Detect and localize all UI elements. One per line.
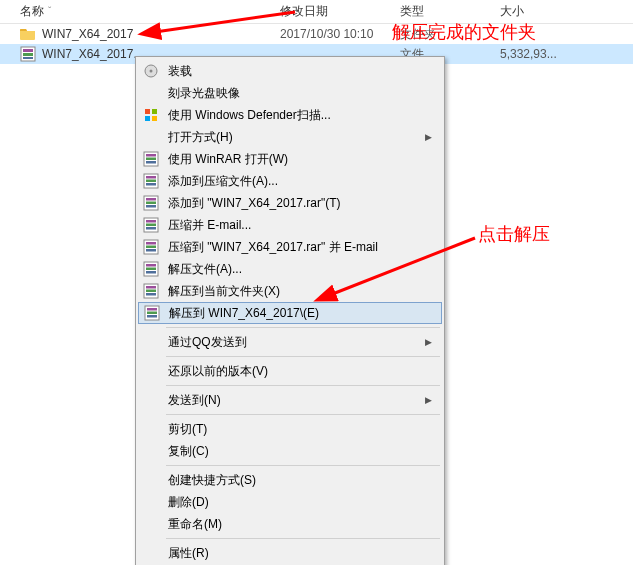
menu-item[interactable]: 使用 WinRAR 打开(W) <box>138 148 442 170</box>
svg-rect-21 <box>146 205 156 208</box>
svg-rect-9 <box>152 116 157 121</box>
menu-item-label: 重命名(M) <box>168 516 442 533</box>
svg-rect-11 <box>146 154 156 157</box>
svg-rect-27 <box>146 242 156 245</box>
header-date[interactable]: 修改日期 <box>280 3 328 20</box>
menu-item[interactable]: 打开方式(H)▶ <box>138 126 442 148</box>
menu-separator <box>166 327 440 328</box>
svg-rect-3 <box>23 57 33 59</box>
menu-item[interactable]: 创建快捷方式(S) <box>138 469 442 491</box>
winrar-icon <box>143 304 161 322</box>
none-icon <box>142 544 160 562</box>
menu-item[interactable]: 属性(R) <box>138 542 442 564</box>
svg-rect-12 <box>146 158 156 161</box>
menu-item[interactable]: 通过QQ发送到▶ <box>138 331 442 353</box>
menu-item-label: 添加到压缩文件(A)... <box>168 173 442 190</box>
menu-item[interactable]: 发送到(N)▶ <box>138 389 442 411</box>
menu-item[interactable]: 解压文件(A)... <box>138 258 442 280</box>
svg-rect-15 <box>146 176 156 179</box>
svg-rect-24 <box>146 224 156 227</box>
svg-rect-8 <box>145 116 150 121</box>
menu-item[interactable]: 使用 Windows Defender扫描... <box>138 104 442 126</box>
menu-item[interactable]: 解压到 WIN7_X64_2017\(E) <box>138 302 442 324</box>
svg-rect-41 <box>147 315 157 318</box>
menu-item-label: 发送到(N) <box>168 392 442 409</box>
header-name[interactable]: 名称 <box>20 3 44 20</box>
svg-rect-35 <box>146 286 156 289</box>
annotation-extract: 点击解压 <box>478 222 550 246</box>
rar-icon <box>20 46 36 62</box>
none-icon <box>142 420 160 438</box>
none-icon <box>142 515 160 533</box>
none-icon <box>142 442 160 460</box>
menu-item[interactable]: 解压到当前文件夹(X) <box>138 280 442 302</box>
menu-item-label: 使用 Windows Defender扫描... <box>168 107 442 124</box>
menu-item[interactable]: 还原以前的版本(V) <box>138 360 442 382</box>
none-icon <box>142 493 160 511</box>
menu-item[interactable]: 添加到 "WIN7_X64_2017.rar"(T) <box>138 192 442 214</box>
context-menu: 装载刻录光盘映像使用 Windows Defender扫描...打开方式(H)▶… <box>135 56 445 565</box>
menu-separator <box>166 465 440 466</box>
chevron-right-icon: ▶ <box>425 337 432 347</box>
winrar-icon <box>142 172 160 190</box>
folder-icon <box>20 26 36 42</box>
svg-rect-7 <box>152 109 157 114</box>
menu-item-label: 创建快捷方式(S) <box>168 472 442 489</box>
disc-icon <box>142 62 160 80</box>
menu-item-label: 解压文件(A)... <box>168 261 442 278</box>
menu-separator <box>166 414 440 415</box>
none-icon <box>142 362 160 380</box>
svg-rect-39 <box>147 308 157 311</box>
svg-rect-33 <box>146 271 156 274</box>
winrar-icon <box>142 238 160 256</box>
menu-item[interactable]: 压缩并 E-mail... <box>138 214 442 236</box>
svg-rect-36 <box>146 290 156 293</box>
menu-item[interactable]: 压缩到 "WIN7_X64_2017.rar" 并 E-mail <box>138 236 442 258</box>
menu-item-label: 装载 <box>168 63 442 80</box>
winrar-icon <box>142 260 160 278</box>
menu-separator <box>166 538 440 539</box>
svg-rect-20 <box>146 202 156 205</box>
menu-item-label: 打开方式(H) <box>168 129 442 146</box>
winrar-icon <box>142 282 160 300</box>
menu-item[interactable]: 装载 <box>138 60 442 82</box>
winrar-icon <box>142 216 160 234</box>
svg-rect-17 <box>146 183 156 186</box>
svg-rect-19 <box>146 198 156 201</box>
menu-item-label: 压缩到 "WIN7_X64_2017.rar" 并 E-mail <box>168 239 442 256</box>
menu-item[interactable]: 重命名(M) <box>138 513 442 535</box>
winrar-icon <box>142 194 160 212</box>
menu-item-label: 剪切(T) <box>168 421 442 438</box>
header-size[interactable]: 大小 <box>500 3 524 20</box>
svg-point-5 <box>150 70 153 73</box>
file-row-folder[interactable]: WIN7_X64_2017 2017/10/30 10:10 文件夹 <box>0 24 633 44</box>
svg-rect-37 <box>146 293 156 296</box>
svg-rect-32 <box>146 268 156 271</box>
menu-item[interactable]: 复制(C) <box>138 440 442 462</box>
menu-item-label: 还原以前的版本(V) <box>168 363 442 380</box>
menu-item[interactable]: 添加到压缩文件(A)... <box>138 170 442 192</box>
menu-separator <box>166 385 440 386</box>
menu-item-label: 使用 WinRAR 打开(W) <box>168 151 442 168</box>
menu-item[interactable]: 刻录光盘映像 <box>138 82 442 104</box>
menu-item[interactable]: 剪切(T) <box>138 418 442 440</box>
menu-item-label: 解压到当前文件夹(X) <box>168 283 442 300</box>
header-type[interactable]: 类型 <box>400 3 424 20</box>
menu-item-label: 复制(C) <box>168 443 442 460</box>
sort-indicator: ˇ <box>48 6 51 17</box>
menu-item[interactable]: 删除(D) <box>138 491 442 513</box>
menu-item-label: 通过QQ发送到 <box>168 334 442 351</box>
svg-rect-31 <box>146 264 156 267</box>
svg-rect-13 <box>146 161 156 164</box>
menu-item-label: 压缩并 E-mail... <box>168 217 442 234</box>
svg-rect-25 <box>146 227 156 230</box>
menu-item-label: 刻录光盘映像 <box>168 85 442 102</box>
svg-rect-6 <box>145 109 150 114</box>
none-icon <box>142 391 160 409</box>
none-icon <box>142 333 160 351</box>
chevron-right-icon: ▶ <box>425 132 432 142</box>
menu-item-label: 属性(R) <box>168 545 442 562</box>
file-name: WIN7_X64_2017.... <box>42 47 147 61</box>
winrar-icon <box>142 150 160 168</box>
svg-rect-23 <box>146 220 156 223</box>
